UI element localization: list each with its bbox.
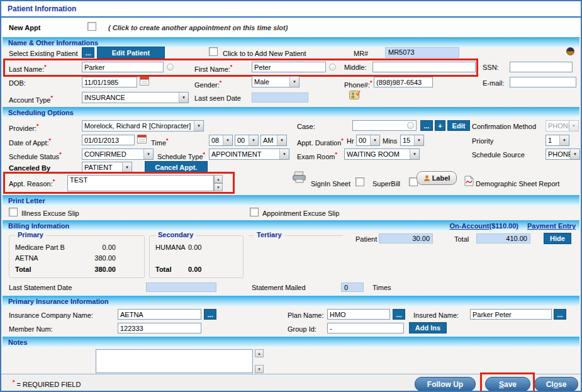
signin-sheet-label: SignIn Sheet — [311, 180, 350, 188]
schedule-source-dropdown[interactable]: PHONE▼ — [546, 148, 580, 160]
middle-name-input[interactable] — [372, 62, 476, 72]
patient-card-icon[interactable] — [349, 89, 361, 100]
edit-patient-button[interactable]: Edit Patient — [97, 47, 165, 59]
illness-excuse-checkbox[interactable] — [9, 208, 18, 216]
schedule-source-label: Schedule Source — [472, 151, 525, 159]
page-title: Patient Information — [8, 4, 76, 13]
ssn-input[interactable] — [510, 62, 573, 72]
case-ellipsis-button[interactable]: ... — [420, 120, 433, 131]
last-seen-date-label: Last seen Date — [194, 94, 241, 102]
time-ampm-dropdown[interactable]: AM▼ — [260, 135, 287, 146]
required-asterisk: * — [49, 137, 52, 143]
chevron-down-icon: ▼ — [559, 135, 569, 145]
insurance-company-input[interactable] — [118, 309, 201, 320]
chevron-down-icon: ▼ — [279, 149, 289, 159]
required-asterisk: * — [44, 64, 47, 70]
billing-row: Medicare Part B0.00 — [15, 244, 140, 251]
reason-scroll-down-button[interactable]: ▼ — [214, 183, 223, 191]
secondary-billing-box: Secondary HUMANA0.00 Total0.00 — [149, 235, 243, 278]
appt-duration-label: Appt. Duration* — [297, 137, 344, 147]
signin-sheet-checkbox[interactable] — [355, 177, 364, 186]
secondary-legend: Secondary — [155, 231, 196, 238]
appt-reason-label: Appt. Reason:* — [9, 178, 55, 188]
printer-icon[interactable] — [292, 171, 307, 184]
appt-calendar-icon[interactable] — [137, 134, 147, 143]
select-patient-ellipsis-button[interactable]: ... — [82, 47, 94, 58]
required-asterisk: * — [166, 137, 169, 143]
chevron-down-icon: ▼ — [570, 149, 579, 159]
priority-dropdown[interactable]: 1▼ — [546, 135, 569, 146]
chevron-down-icon: ▼ — [414, 135, 423, 145]
account-type-dropdown[interactable]: INSURANCE▼ — [82, 92, 189, 103]
section-header-billing: Billing Information On-Account($110.00) … — [3, 220, 579, 231]
plan-name-ellipsis-button[interactable]: ... — [393, 309, 405, 320]
demographic-sheet-report-label[interactable]: Demographic Sheet Report — [476, 180, 559, 188]
member-num-input[interactable] — [118, 323, 201, 333]
insured-name-ellipsis-button[interactable]: ... — [554, 309, 566, 320]
last-name-input[interactable] — [82, 62, 164, 72]
follow-up-button[interactable]: Follow Up — [415, 377, 476, 391]
notes-textarea[interactable] — [96, 349, 253, 373]
save-button[interactable]: Save — [485, 377, 530, 391]
dob-input[interactable] — [82, 77, 137, 87]
payment-entry-link[interactable]: Payment Entry — [527, 222, 576, 230]
chevron-down-icon: ▼ — [410, 149, 419, 159]
email-input[interactable] — [510, 77, 576, 87]
email-label: E-mail: — [483, 79, 504, 87]
chevron-down-icon: ▼ — [249, 135, 258, 145]
last-statement-date-field — [146, 283, 216, 292]
appointment-excuse-checkbox[interactable] — [250, 208, 259, 216]
time-minute-dropdown[interactable]: 00▼ — [235, 135, 259, 146]
new-appt-label: New Appt — [9, 24, 40, 31]
schedule-type-label: Schedule Type* — [157, 151, 205, 160]
case-edit-button[interactable]: Edit — [447, 120, 470, 131]
add-ins-button[interactable]: Add Ins — [409, 322, 447, 333]
notes-scroll-down-button[interactable]: ▼ — [255, 365, 264, 373]
chevron-down-icon: ▼ — [569, 121, 578, 131]
on-account-link[interactable]: On-Account($110.00) — [450, 222, 518, 230]
hide-button[interactable]: Hide — [544, 233, 571, 244]
required-asterisk: * — [53, 178, 55, 184]
first-name-input[interactable] — [252, 62, 326, 72]
schedule-status-label: Schedule Status* — [9, 151, 62, 160]
notes-scroll-up-button[interactable]: ▲ — [255, 349, 264, 357]
time-hour-dropdown[interactable]: 08▼ — [209, 135, 233, 146]
section-header-name: Name & Other Informations — [3, 37, 579, 48]
insurance-company-ellipsis-button[interactable]: ... — [204, 309, 216, 320]
patient-information-dialog: Patient Information New Appt ( Click to … — [0, 0, 582, 392]
cancel-appt-button[interactable]: Cancel Appt. — [145, 161, 208, 173]
label-button[interactable]: Label — [417, 171, 457, 185]
canceled-by-dropdown[interactable]: PATIENT▼ — [82, 162, 132, 173]
pdf-icon[interactable] — [464, 176, 474, 186]
group-id-input[interactable] — [327, 323, 404, 333]
gender-dropdown[interactable]: Male▼ — [252, 76, 299, 87]
superbill-label: SuperBill — [372, 180, 400, 188]
chevron-down-icon: ▼ — [179, 92, 188, 103]
close-button[interactable]: Close — [534, 377, 578, 391]
add-new-patient-checkbox[interactable] — [209, 47, 218, 56]
person-icon — [423, 175, 430, 182]
date-of-appt-input[interactable] — [82, 135, 135, 145]
tertiary-billing-box: Tertiary — [249, 235, 343, 236]
required-asterisk: * — [36, 123, 39, 129]
case-add-button[interactable]: + — [435, 120, 445, 131]
provider-dropdown[interactable]: Morelock, Richard R [Chiropracter]▼ — [82, 120, 204, 132]
schedule-type-dropdown[interactable]: APPOINTMENT▼ — [209, 148, 289, 160]
exam-room-label: Exam Room* — [297, 151, 337, 160]
insured-name-input[interactable] — [470, 309, 552, 320]
billing-total-row: Total0.00 — [155, 266, 239, 273]
duration-mins-dropdown[interactable]: 15▼ — [400, 135, 424, 146]
appt-reason-textarea[interactable]: TEST — [67, 175, 214, 191]
exam-room-dropdown[interactable]: WAITING ROOM▼ — [344, 148, 420, 160]
last-name-lookup-icon — [167, 64, 174, 70]
dob-calendar-icon[interactable] — [140, 76, 149, 86]
insurance-company-label: Insurance Company Name: — [9, 311, 93, 319]
plan-name-input[interactable] — [327, 309, 390, 320]
section-header-notes: Notes — [3, 337, 579, 347]
billing-total-field: 410.00 — [476, 233, 530, 244]
new-appt-checkbox[interactable] — [87, 22, 96, 31]
schedule-status-dropdown[interactable]: CONFIRMED▼ — [82, 148, 154, 160]
reason-scroll-up-button[interactable]: ▲ — [214, 175, 223, 183]
duration-hr-dropdown[interactable]: 00▼ — [356, 135, 380, 146]
phone-input[interactable] — [374, 77, 433, 87]
